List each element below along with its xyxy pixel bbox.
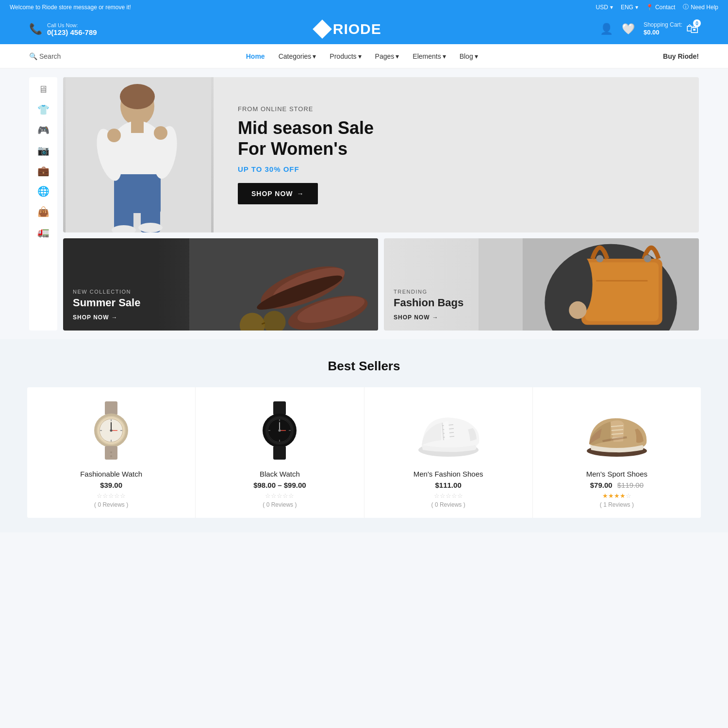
contact-link[interactable]: 📍 Contact (646, 4, 675, 11)
svg-point-30 (644, 255, 651, 262)
hero-from-store: FROM ONLINE STORE (238, 105, 675, 113)
product-image-mens-sport-shoes (578, 399, 656, 462)
product-stars-2: ☆☆☆☆☆ (374, 492, 523, 499)
chevron-down-icon: ▾ (396, 52, 399, 60)
cart-button[interactable]: Shopping Cart: $0.00 🛍 0 (644, 21, 699, 37)
summer-sale-content: NEW COLLECTION Summer Sale SHOP NOW → (63, 279, 150, 331)
product-stars-1: ☆☆☆☆☆ (205, 492, 354, 499)
product-stars-0: ☆☆☆☆☆ (37, 492, 185, 499)
best-sellers-section: Best Sellers (0, 339, 728, 532)
nav-item-pages[interactable]: Pages ▾ (375, 52, 399, 60)
nav-item-products[interactable]: Products ▾ (330, 52, 361, 60)
product-name-1: Black Watch (205, 470, 354, 478)
sidebar-bag-icon[interactable]: 👜 (37, 206, 50, 217)
summer-sale-label: NEW COLLECTION (73, 289, 140, 295)
logo[interactable]: RIODE (315, 21, 381, 37)
svg-point-45 (110, 430, 113, 432)
fashion-bags-content: TRENDING Fashion Bags SHOP NOW → (384, 279, 473, 331)
phone-icon: 📞 (29, 23, 42, 35)
help-link[interactable]: ⓘ Need Help (683, 3, 718, 11)
sidebar-globe-icon[interactable]: 🌐 (37, 185, 50, 197)
best-sellers-title: Best Sellers (29, 359, 699, 374)
main-content: 🖥 👕 🎮 📷 💼 🌐 👜 🚛 (0, 68, 728, 339)
top-bar: Welcome to Riode store message or remove… (0, 0, 728, 14)
buy-button[interactable]: Buy Riode! (663, 52, 699, 60)
hero-shop-now-button[interactable]: SHOP NOW → (238, 183, 318, 204)
product-stars-3: ★★★★☆ (543, 492, 691, 499)
product-price-2: $111.00 (374, 481, 523, 489)
search-icon: 🔍 (29, 52, 37, 60)
navigation: 🔍 Search Home Categories ▾ Products ▾ Pa… (0, 44, 728, 68)
svg-rect-27 (585, 263, 658, 321)
nav-item-blog[interactable]: Blog ▾ (460, 52, 478, 60)
svg-point-13 (154, 126, 167, 140)
product-image-fashionable-watch (72, 399, 150, 462)
logo-diamond (313, 19, 332, 39)
summer-sale-banner[interactable]: NEW COLLECTION Summer Sale SHOP NOW → (63, 238, 378, 331)
product-price-1: $98.00 – $99.00 (205, 481, 354, 489)
product-card-fashionable-watch[interactable]: Fashionable Watch $39.00 ☆☆☆☆☆ ( 0 Revie… (27, 387, 196, 518)
summer-sale-title: Summer Sale (73, 297, 140, 309)
fashion-bags-banner[interactable]: TRENDING Fashion Bags SHOP NOW → (384, 238, 699, 331)
chevron-down-icon: ▾ (313, 52, 316, 60)
chevron-down-icon: ▾ (443, 52, 446, 60)
product-reviews-1: ( 0 Reviews ) (205, 501, 354, 508)
sub-banners: NEW COLLECTION Summer Sale SHOP NOW → (63, 238, 699, 331)
svg-rect-33 (105, 401, 117, 415)
sidebar: 🖥 👕 🎮 📷 💼 🌐 👜 🚛 (29, 77, 57, 331)
product-reviews-0: ( 0 Reviews ) (37, 501, 185, 508)
search-area[interactable]: 🔍 Search (29, 52, 61, 60)
wishlist-icon[interactable]: 🤍 (622, 23, 635, 35)
product-price-3: $79.00 $119.00 (543, 481, 691, 489)
hero-person-image (63, 77, 214, 232)
product-card-black-watch[interactable]: Black Watch $98.00 – $99.00 ☆☆☆☆☆ ( 0 Re… (196, 387, 364, 518)
product-card-mens-sport-shoes[interactable]: Men's Sport Shoes $79.00 $119.00 ★★★★☆ (… (533, 387, 701, 518)
currency-selector[interactable]: USD ▾ (596, 4, 613, 11)
chevron-down-icon: ▾ (475, 52, 478, 60)
hero-section: FROM ONLINE STORE Mid season Sale For Wo… (63, 77, 699, 331)
sidebar-truck-icon[interactable]: 🚛 (37, 226, 50, 238)
fashion-bags-label: TRENDING (394, 289, 463, 295)
sidebar-monitor-icon[interactable]: 🖥 (38, 84, 48, 95)
hero-banner: FROM ONLINE STORE Mid season Sale For Wo… (63, 77, 699, 232)
product-reviews-3: ( 1 Reviews ) (543, 501, 691, 508)
sidebar-clothing-icon[interactable]: 👕 (37, 104, 50, 116)
summer-sale-shop-button[interactable]: SHOP NOW → (73, 314, 140, 321)
svg-rect-4 (114, 174, 161, 213)
product-name-3: Men's Sport Shoes (543, 470, 691, 478)
product-price-0: $39.00 (37, 481, 185, 489)
cart-icon: 🛍 0 (686, 21, 699, 36)
top-bar-right: USD ▾ ENG ▾ 📍 Contact ⓘ Need Help (596, 3, 718, 11)
sidebar-briefcase-icon[interactable]: 💼 (37, 165, 50, 177)
hero-discount: UP TO 30% OFF (238, 165, 675, 173)
sidebar-gaming-icon[interactable]: 🎮 (37, 124, 50, 136)
sidebar-camera-icon[interactable]: 📷 (37, 145, 50, 156)
products-grid: Fashionable Watch $39.00 ☆☆☆☆☆ ( 0 Revie… (27, 387, 701, 518)
svg-rect-49 (273, 401, 286, 415)
svg-point-29 (596, 255, 603, 262)
nav-item-categories[interactable]: Categories ▾ (279, 52, 316, 60)
nav-item-elements[interactable]: Elements ▾ (413, 52, 446, 60)
fashion-bags-title: Fashion Bags (394, 297, 463, 309)
search-label: Search (39, 52, 61, 60)
language-selector[interactable]: ENG ▾ (621, 4, 638, 11)
nav-item-home[interactable]: Home (246, 52, 265, 60)
svg-rect-9 (131, 121, 144, 133)
product-image-black-watch (241, 399, 318, 462)
svg-point-61 (279, 430, 281, 432)
fashion-bags-shop-button[interactable]: SHOP NOW → (394, 314, 463, 321)
chevron-down-icon: ▾ (358, 52, 362, 60)
product-reviews-2: ( 0 Reviews ) (374, 501, 523, 508)
header-phone: 📞 Call Us Now: 0(123) 456-789 (29, 22, 97, 36)
header-actions: 👤 🤍 Shopping Cart: $0.00 🛍 0 (600, 21, 699, 37)
hero-title: Mid season Sale For Women's (238, 117, 675, 159)
product-card-mens-fashion-shoes[interactable]: Men's Fashion Shoes $111.00 ☆☆☆☆☆ ( 0 Re… (364, 387, 533, 518)
product-image-mens-fashion-shoes (410, 399, 487, 462)
header: 📞 Call Us Now: 0(123) 456-789 RIODE 👤 🤍 … (0, 14, 728, 44)
hero-text: FROM ONLINE STORE Mid season Sale For Wo… (214, 91, 699, 219)
nav-menu: Home Categories ▾ Products ▾ Pages ▾ Ele… (246, 52, 478, 60)
welcome-message: Welcome to Riode store message or remove… (10, 4, 131, 11)
svg-point-32 (569, 301, 586, 319)
svg-point-12 (107, 129, 121, 142)
account-icon[interactable]: 👤 (600, 23, 613, 35)
